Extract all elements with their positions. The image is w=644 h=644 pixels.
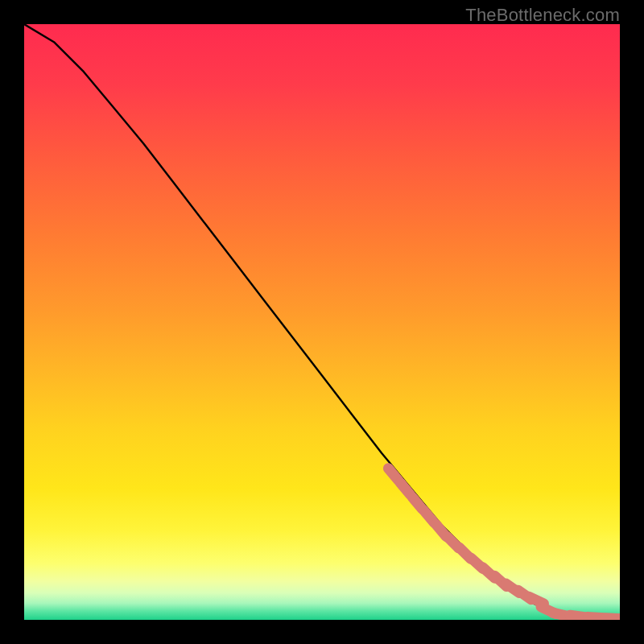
data-marker	[606, 618, 620, 619]
plot-area	[24, 24, 620, 620]
gradient-background	[24, 24, 620, 620]
chart-frame: TheBottleneck.com	[0, 0, 644, 644]
chart-svg	[24, 24, 620, 620]
watermark: TheBottleneck.com	[465, 5, 620, 26]
